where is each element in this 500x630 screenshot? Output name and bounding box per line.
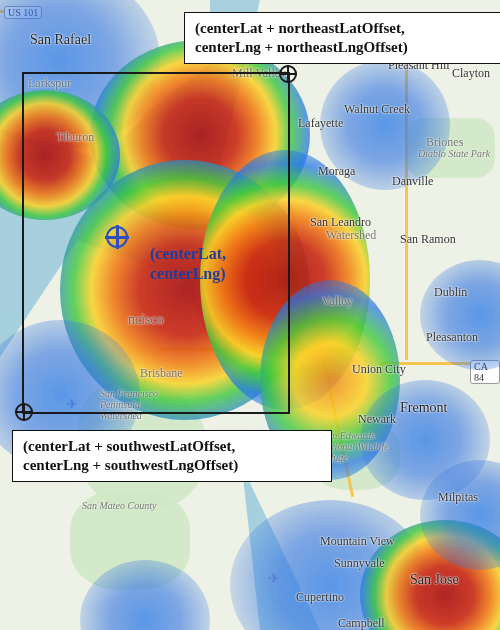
route-badge-101: US 101 <box>4 6 42 19</box>
city-label: Moraga <box>318 164 355 179</box>
city-label: Walnut Creek <box>344 102 410 117</box>
city-label: Milpitas <box>438 490 478 505</box>
airport-icon: ✈ <box>268 570 280 587</box>
center-callout: (centerLat,centerLng) <box>140 238 236 290</box>
corner-marker-sw <box>15 403 33 421</box>
northeast-callout-text: (centerLat + northeastLatOffset,centerLn… <box>195 20 408 55</box>
city-label: Lafayette <box>298 116 343 131</box>
city-label: Newark <box>358 412 396 427</box>
city-label: Danville <box>392 174 433 189</box>
city-label: Campbell <box>338 616 385 630</box>
city-label: Cupertino <box>296 590 344 605</box>
southwest-callout: (centerLat + southwestLatOffset,centerLn… <box>12 430 332 482</box>
city-label: Dublin <box>434 285 467 300</box>
city-label: Pleasanton <box>426 330 478 345</box>
city-label: San Jose <box>410 572 459 588</box>
city-label: San Mateo County <box>82 500 162 511</box>
city-label: Watershed <box>326 228 376 243</box>
northeast-callout: (centerLat + northeastLatOffset,centerLn… <box>184 12 500 64</box>
city-label: Diablo State Park <box>418 148 498 159</box>
city-label: San Ramon <box>400 232 456 247</box>
city-label: Sunnyvale <box>334 556 385 571</box>
map-container[interactable]: US 101 CA 92 CA 84 ✈ ✈ San RafaelLarkspu… <box>0 0 500 630</box>
city-label: San Rafael <box>30 32 91 48</box>
route-badge-84: CA 84 <box>470 360 500 384</box>
city-label: Mountain View <box>320 534 395 549</box>
center-callout-text: (centerLat,centerLng) <box>150 245 226 282</box>
center-marker-icon <box>106 226 128 248</box>
southwest-callout-text: (centerLat + southwestLatOffset,centerLn… <box>23 438 238 473</box>
city-label: Fremont <box>400 400 447 416</box>
corner-marker-ne <box>279 65 297 83</box>
city-label: Union City <box>352 362 406 377</box>
city-label: Don Edwards National Wildlife Refuge <box>320 430 400 463</box>
city-label: Valley <box>322 294 353 309</box>
city-label: Clayton <box>452 66 490 81</box>
